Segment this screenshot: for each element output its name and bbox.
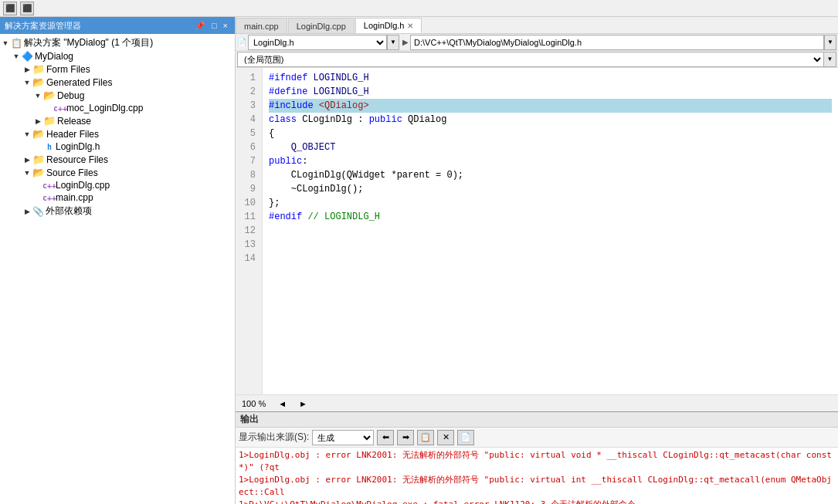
output-next-btn[interactable]: ➡ (397, 430, 414, 445)
panel-titlebar: 解决方案资源管理器 📌 □ × (0, 17, 235, 34)
output-clear-btn[interactable]: ✕ (437, 430, 454, 445)
tree-item-logindlg-h[interactable]: hLoginDlg.h (0, 140, 235, 153)
output-prev-btn[interactable]: ⬅ (377, 430, 394, 445)
expand-icon[interactable]: ▼ (22, 79, 32, 86)
code-line-4: #include <QDialog> (269, 99, 832, 113)
line-numbers: 1234567891011121314 (236, 68, 263, 394)
tree-view[interactable]: ▼📋解决方案 "MyDialog" (1 个项目)▼🔷MyDialog▶📁For… (0, 34, 235, 504)
code-line-7: { (269, 127, 832, 140)
output-source-label: 显示输出来源(S): (239, 431, 309, 444)
line-number-10: 10 (236, 196, 259, 210)
row-indicator: ► (299, 399, 307, 408)
line-number-9: 9 (236, 182, 259, 196)
tree-label: Debug (57, 90, 84, 101)
tree-label: Resource Files (46, 154, 108, 165)
expand-icon[interactable]: ▶ (22, 208, 32, 215)
line-number-3: 3 (236, 99, 259, 113)
code-line-8: Q_OBJECT (269, 140, 832, 154)
expand-icon[interactable]: ▼ (22, 130, 32, 138)
output-title: 输出 (240, 413, 259, 426)
editor-area: 📄 LoginDlg.h ▼ ▶ D:\VC++\QtT\MyDialog\My… (236, 34, 838, 411)
toolbar-btn-1[interactable]: ⬛ (3, 2, 17, 15)
tree-label: Source Files (46, 167, 98, 178)
right-panel: main.cppLoginDlg.cppLoginDlg.h✕ 📄 LoginD… (236, 17, 838, 504)
code-line-11: ~CLoginDlg(); (269, 182, 832, 196)
file-icon: 📄 (237, 38, 246, 46)
tree-item-source-files[interactable]: ▼📂Source Files (0, 166, 235, 179)
tab-label: main.cpp (244, 22, 279, 31)
line-number-6: 6 (236, 140, 259, 154)
scope-select[interactable]: (全局范围) (237, 52, 824, 67)
tree-label: 解决方案 "MyDialog" (1 个项目) (24, 36, 153, 49)
tree-item-form-files[interactable]: ▶📁Form Files (0, 63, 235, 76)
output-toolbar: 显示输出来源(S): 生成 ⬅ ➡ 📋 ✕ 📄 (236, 428, 838, 448)
output-wrap-btn[interactable]: 📄 (457, 430, 474, 445)
tree-label: Form Files (46, 64, 90, 75)
tree-label: LoginDlg.h (56, 141, 100, 152)
panel-float-btn[interactable]: □ (209, 21, 219, 31)
tree-item-header-files[interactable]: ▼📂Header Files (0, 127, 235, 140)
code-content[interactable]: #ifndef LOGINDLG_H#define LOGINDLG_H#inc… (263, 68, 838, 394)
line-number-12: 12 (236, 224, 259, 238)
code-line-10: CLoginDlg(QWidget *parent = 0); (269, 168, 832, 182)
panel-pin-btn[interactable]: 📌 (192, 21, 208, 31)
code-line-2: #define LOGINDLG_H (269, 85, 832, 99)
editor-path: D:\VC++\QtT\MyDialog\MyDialog\LoginDlg.h (410, 35, 824, 50)
tree-item-moc-logindlg[interactable]: c++moc_LoginDlg.cpp (0, 102, 235, 114)
expand-icon[interactable]: ▼ (32, 92, 43, 100)
app-container: ⬛ ⬛ 解决方案资源管理器 📌 □ × ▼📋解决方案 "MyDialog" (1… (0, 0, 838, 504)
tree-label: Release (57, 116, 91, 127)
code-line-6: class CLoginDlg : public QDialog (269, 113, 832, 127)
line-number-13: 13 (236, 238, 259, 252)
path-icon: ▶ (402, 38, 409, 46)
code-line-1: #ifndef LOGINDLG_H (269, 71, 832, 85)
tree-item-release[interactable]: ▶📁Release (0, 114, 235, 127)
line-number-4: 4 (236, 113, 259, 127)
zoom-level: 100 % (242, 399, 266, 408)
output-source-select[interactable]: 生成 (312, 430, 374, 445)
panel-title: 解决方案资源管理器 (5, 20, 81, 32)
tree-label: 外部依赖项 (46, 205, 92, 218)
line-number-1: 1 (236, 71, 259, 85)
toolbar-btn-2[interactable]: ⬛ (20, 2, 34, 15)
expand-icon[interactable]: ▼ (22, 169, 32, 177)
expand-icon[interactable]: ▼ (0, 39, 11, 47)
tree-item-debug[interactable]: ▼📂Debug (0, 89, 235, 102)
output-content: 1>LoginDlg.obj : error LNK2001: 无法解析的外部符… (236, 448, 838, 504)
tab-main-cpp[interactable]: main.cpp (236, 18, 287, 33)
tab-logindlg-h[interactable]: LoginDlg.h✕ (355, 18, 422, 33)
col-indicator: ◄ (278, 399, 287, 408)
tree-label: Header Files (46, 129, 99, 140)
expand-icon[interactable]: ▶ (32, 117, 43, 125)
tab-label: LoginDlg.cpp (297, 22, 346, 31)
expand-icon[interactable]: ▶ (22, 156, 32, 164)
output-panel: 输出 显示输出来源(S): 生成 ⬅ ➡ 📋 ✕ 📄 1>LoginDlg.ob… (236, 411, 838, 504)
tree-item-solution[interactable]: ▼📋解决方案 "MyDialog" (1 个项目) (0, 36, 235, 50)
code-line-13: #endif // LOGINDLG_H (269, 210, 832, 224)
tree-item-ext-deps[interactable]: ▶📎外部依赖项 (0, 204, 235, 218)
tree-label: MyDialog (35, 51, 73, 62)
tree-item-project[interactable]: ▼🔷MyDialog (0, 50, 235, 63)
editor-toolbar: 📄 LoginDlg.h ▼ ▶ D:\VC++\QtT\MyDialog\My… (236, 34, 838, 51)
output-line: 1>LoginDlg.obj : error LNK2001: 无法解析的外部符… (239, 449, 835, 474)
tree-item-main-cpp[interactable]: c++main.cpp (0, 191, 235, 204)
expand-icon[interactable]: ▶ (22, 66, 32, 73)
tab-logindlg-cpp[interactable]: LoginDlg.cpp (288, 18, 355, 33)
tree-item-resource-files[interactable]: ▶📁Resource Files (0, 153, 235, 166)
line-number-8: 8 (236, 168, 259, 182)
file-dropdown-arrow[interactable]: ▼ (387, 35, 399, 50)
tree-item-generated-files[interactable]: ▼📂Generated Files (0, 76, 235, 89)
line-number-14: 14 (236, 252, 259, 266)
top-toolbar: ⬛ ⬛ (0, 0, 838, 17)
tree-item-logindlg-cpp[interactable]: c++LoginDlg.cpp (0, 179, 235, 191)
panel-close-btn[interactable]: × (221, 21, 230, 31)
expand-icon[interactable]: ▼ (11, 52, 22, 60)
tab-close-btn[interactable]: ✕ (407, 22, 413, 30)
path-dropdown-arrow[interactable]: ▼ (824, 35, 836, 50)
line-number-11: 11 (236, 210, 259, 224)
output-titlebar: 输出 (236, 412, 838, 428)
scope-arrow[interactable]: ▼ (824, 52, 836, 67)
output-copy-btn[interactable]: 📋 (417, 430, 434, 445)
code-editor[interactable]: 1234567891011121314 #ifndef LOGINDLG_H#d… (236, 68, 838, 394)
file-dropdown[interactable]: LoginDlg.h (248, 35, 387, 50)
